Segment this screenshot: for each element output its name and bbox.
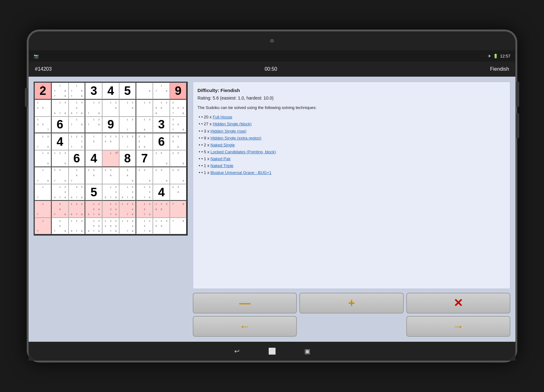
cell-8-5[interactable]: 12 34 79	[102, 201, 119, 218]
cell-3-3[interactable]: 1 78	[69, 117, 86, 133]
cell-8-6[interactable]: 123 4 79	[119, 201, 136, 218]
cell-4-1[interactable]: 13 79	[35, 133, 52, 150]
cell-1-9[interactable]: 9	[170, 83, 187, 100]
cell-9-1[interactable]: 1 7	[35, 218, 52, 235]
cell-6-3[interactable]: 2 6 7	[69, 167, 86, 184]
cell-6-7[interactable]: 23 9	[136, 167, 153, 184]
sudoku-grid[interactable]: 2 1 1 78 78	[34, 82, 188, 236]
cell-8-1[interactable]: 1 7	[35, 201, 52, 218]
cell-1-4[interactable]: 3	[85, 83, 102, 100]
cell-7-8[interactable]: 4	[153, 184, 170, 201]
cell-8-8[interactable]: 123 89	[153, 201, 170, 218]
technique-item[interactable]: • 1 x Naked Triple	[199, 162, 506, 169]
cell-3-5[interactable]: 9	[102, 117, 119, 133]
cell-3-7[interactable]: 12 8	[136, 117, 153, 133]
cell-4-7[interactable]: 23 5 89	[136, 133, 153, 150]
cell-5-5[interactable]: 13 3	[102, 150, 119, 167]
minus-button[interactable]: —	[193, 293, 297, 313]
home-nav-button[interactable]: ⬜	[267, 346, 277, 356]
cross-button[interactable]: ✕	[406, 293, 510, 313]
cell-6-9[interactable]: 25 9	[170, 167, 187, 184]
technique-item[interactable]: • 5 x Locked Candidates (Pointing, block…	[199, 149, 506, 155]
technique-item[interactable]: • 20 x Full House	[199, 114, 506, 121]
cell-9-4[interactable]: 12 56 978	[85, 218, 102, 235]
technique-item[interactable]: • 1 x Bivalue Universal Grave - BUG+1	[199, 169, 506, 176]
cell-9-6[interactable]: 123 4 78	[119, 218, 136, 235]
cell-4-3[interactable]: 123 1 79	[69, 133, 86, 150]
cell-9-3[interactable]: 123 978	[69, 218, 86, 235]
cell-2-8[interactable]: 12 56 8	[153, 100, 170, 117]
cell-2-4[interactable]: 12 78	[85, 100, 102, 117]
cell-5-1[interactable]: 13 9	[35, 150, 52, 167]
cell-2-2[interactable]: 13 978	[52, 100, 69, 117]
cell-6-8[interactable]: 23 9	[153, 167, 170, 184]
technique-item[interactable]: • 27 x Hidden Single (block)	[199, 121, 506, 128]
cell-8-9[interactable]: 78	[170, 201, 187, 218]
cell-3-6[interactable]: 12 7	[119, 117, 136, 133]
cell-7-1[interactable]: 1 7	[35, 184, 52, 201]
recent-nav-button[interactable]: ▣	[302, 346, 312, 356]
cell-5-7[interactable]: 7	[136, 150, 153, 167]
cell-6-4[interactable]: 23 6	[85, 167, 102, 184]
cell-3-4[interactable]: 12 78	[85, 117, 102, 133]
cell-7-2[interactable]: 12 3 978	[52, 184, 69, 201]
cell-5-2[interactable]: 123 9	[52, 150, 69, 167]
cell-9-7[interactable]: 12 3 79	[136, 218, 153, 235]
cell-3-1[interactable]: 1 45 7	[35, 117, 52, 133]
cell-4-4[interactable]: 1 5	[85, 133, 102, 150]
cell-2-3[interactable]: 13 4 978	[69, 100, 86, 117]
back-nav-button[interactable]: ↩	[232, 346, 242, 356]
technique-item[interactable]: • 3 x Hidden Single (row)	[199, 128, 506, 135]
technique-item[interactable]: • 2 x Naked Single	[199, 142, 506, 149]
technique-item[interactable]: • 1 x Naked Pair	[199, 155, 506, 162]
technique-item[interactable]: • 9 x Hidden Single (extra region)	[199, 135, 506, 142]
cell-4-8[interactable]: 6	[153, 133, 170, 150]
cell-5-6[interactable]: 8	[119, 150, 136, 167]
cell-9-9[interactable]: 78	[170, 218, 187, 235]
power-button[interactable]	[516, 82, 519, 107]
cell-2-5[interactable]: 12 6	[102, 100, 119, 117]
cell-7-4[interactable]: 5	[85, 184, 102, 201]
cell-7-6[interactable]: 12 3 978	[119, 184, 136, 201]
cell-9-2[interactable]: 3 6 78	[52, 218, 69, 235]
cell-6-1[interactable]: 1 79	[35, 167, 52, 184]
cell-1-1[interactable]: 2 1	[35, 83, 52, 100]
cell-6-2[interactable]: 23 79	[52, 167, 69, 184]
cell-8-2[interactable]: 3 6 78	[52, 201, 69, 218]
cell-9-8[interactable]: 123 89	[153, 218, 170, 235]
cell-8-3[interactable]: 123 978	[69, 201, 86, 218]
back-button[interactable]: ←	[193, 316, 297, 337]
cell-4-5[interactable]: 123 45	[102, 133, 119, 150]
cell-7-3[interactable]: 35 978	[69, 184, 86, 201]
cell-7-5[interactable]: 12 3 978	[102, 184, 119, 201]
cell-8-7[interactable]: 12 3 79	[136, 201, 153, 218]
cell-5-9[interactable]: 25 9	[170, 150, 187, 167]
cell-1-6[interactable]: 5	[119, 83, 136, 100]
cell-4-9[interactable]: 23 5 8	[170, 133, 187, 150]
cell-1-8[interactable]: 1 78	[153, 83, 170, 100]
cell-5-3[interactable]: 6	[69, 150, 86, 167]
cell-3-9[interactable]: 2 45 78	[170, 117, 187, 133]
cell-3-8[interactable]: 3	[153, 117, 170, 133]
cell-1-5[interactable]: 4	[102, 83, 119, 100]
plus-button[interactable]: +	[299, 293, 403, 313]
volume-button[interactable]	[25, 88, 28, 107]
cell-4-2[interactable]: 4	[52, 133, 69, 150]
cell-8-4[interactable]: 12 56 978	[85, 201, 102, 218]
cell-7-7[interactable]: 12 3 78	[136, 184, 153, 201]
cell-9-5[interactable]: 123 456 78	[102, 218, 119, 235]
cell-1-3[interactable]: 1 78 78	[69, 83, 86, 100]
volume-down-button[interactable]	[516, 113, 519, 138]
cell-2-7[interactable]: 12	[136, 100, 153, 117]
cell-5-8[interactable]: 25 9	[153, 150, 170, 167]
cell-1-2[interactable]: 1 78 78	[52, 83, 69, 100]
cell-5-4[interactable]: 4	[85, 150, 102, 167]
cell-4-6[interactable]: 123 7	[119, 133, 136, 150]
cell-6-5[interactable]: 23 6	[102, 167, 119, 184]
cell-2-9[interactable]: 2 456 78	[170, 100, 187, 117]
cell-2-6[interactable]: 12 6	[119, 100, 136, 117]
cell-6-6[interactable]: 3 6 9	[119, 167, 136, 184]
cell-3-2[interactable]: 6	[52, 117, 69, 133]
forward-button[interactable]: →	[406, 316, 510, 337]
cell-7-9[interactable]: 23 6	[170, 184, 187, 201]
